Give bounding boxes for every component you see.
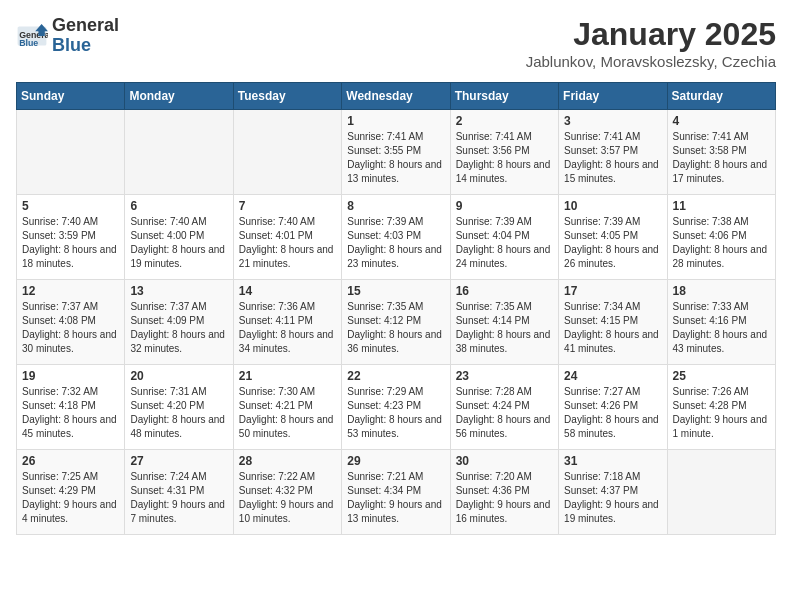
- day-cell: 26Sunrise: 7:25 AM Sunset: 4:29 PM Dayli…: [17, 450, 125, 535]
- logo-text: GeneralBlue: [52, 16, 119, 56]
- day-number: 23: [456, 369, 553, 383]
- calendar-title: January 2025: [526, 16, 776, 53]
- day-number: 15: [347, 284, 444, 298]
- day-cell: 25Sunrise: 7:26 AM Sunset: 4:28 PM Dayli…: [667, 365, 775, 450]
- day-info: Sunrise: 7:40 AM Sunset: 3:59 PM Dayligh…: [22, 215, 119, 271]
- day-number: 5: [22, 199, 119, 213]
- day-cell: 29Sunrise: 7:21 AM Sunset: 4:34 PM Dayli…: [342, 450, 450, 535]
- week-row-5: 26Sunrise: 7:25 AM Sunset: 4:29 PM Dayli…: [17, 450, 776, 535]
- day-cell: 27Sunrise: 7:24 AM Sunset: 4:31 PM Dayli…: [125, 450, 233, 535]
- day-cell: 16Sunrise: 7:35 AM Sunset: 4:14 PM Dayli…: [450, 280, 558, 365]
- day-number: 6: [130, 199, 227, 213]
- day-info: Sunrise: 7:35 AM Sunset: 4:12 PM Dayligh…: [347, 300, 444, 356]
- day-number: 19: [22, 369, 119, 383]
- week-row-1: 1Sunrise: 7:41 AM Sunset: 3:55 PM Daylig…: [17, 110, 776, 195]
- day-info: Sunrise: 7:39 AM Sunset: 4:05 PM Dayligh…: [564, 215, 661, 271]
- day-number: 22: [347, 369, 444, 383]
- day-number: 13: [130, 284, 227, 298]
- day-cell: 24Sunrise: 7:27 AM Sunset: 4:26 PM Dayli…: [559, 365, 667, 450]
- day-number: 14: [239, 284, 336, 298]
- day-info: Sunrise: 7:26 AM Sunset: 4:28 PM Dayligh…: [673, 385, 770, 441]
- day-cell: 15Sunrise: 7:35 AM Sunset: 4:12 PM Dayli…: [342, 280, 450, 365]
- day-cell: 6Sunrise: 7:40 AM Sunset: 4:00 PM Daylig…: [125, 195, 233, 280]
- day-info: Sunrise: 7:35 AM Sunset: 4:14 PM Dayligh…: [456, 300, 553, 356]
- weekday-header-monday: Monday: [125, 83, 233, 110]
- week-row-4: 19Sunrise: 7:32 AM Sunset: 4:18 PM Dayli…: [17, 365, 776, 450]
- day-number: 25: [673, 369, 770, 383]
- day-cell: 19Sunrise: 7:32 AM Sunset: 4:18 PM Dayli…: [17, 365, 125, 450]
- day-info: Sunrise: 7:29 AM Sunset: 4:23 PM Dayligh…: [347, 385, 444, 441]
- day-number: 1: [347, 114, 444, 128]
- day-number: 31: [564, 454, 661, 468]
- day-info: Sunrise: 7:38 AM Sunset: 4:06 PM Dayligh…: [673, 215, 770, 271]
- day-number: 9: [456, 199, 553, 213]
- day-number: 18: [673, 284, 770, 298]
- day-info: Sunrise: 7:20 AM Sunset: 4:36 PM Dayligh…: [456, 470, 553, 526]
- day-info: Sunrise: 7:40 AM Sunset: 4:01 PM Dayligh…: [239, 215, 336, 271]
- day-info: Sunrise: 7:34 AM Sunset: 4:15 PM Dayligh…: [564, 300, 661, 356]
- day-number: 4: [673, 114, 770, 128]
- day-number: 12: [22, 284, 119, 298]
- day-number: 29: [347, 454, 444, 468]
- day-info: Sunrise: 7:40 AM Sunset: 4:00 PM Dayligh…: [130, 215, 227, 271]
- day-info: Sunrise: 7:41 AM Sunset: 3:58 PM Dayligh…: [673, 130, 770, 186]
- weekday-header-thursday: Thursday: [450, 83, 558, 110]
- day-cell: 4Sunrise: 7:41 AM Sunset: 3:58 PM Daylig…: [667, 110, 775, 195]
- weekday-header-tuesday: Tuesday: [233, 83, 341, 110]
- weekday-header-row: SundayMondayTuesdayWednesdayThursdayFrid…: [17, 83, 776, 110]
- day-number: 20: [130, 369, 227, 383]
- day-number: 7: [239, 199, 336, 213]
- day-number: 21: [239, 369, 336, 383]
- day-info: Sunrise: 7:21 AM Sunset: 4:34 PM Dayligh…: [347, 470, 444, 526]
- day-cell: [125, 110, 233, 195]
- weekday-header-wednesday: Wednesday: [342, 83, 450, 110]
- day-info: Sunrise: 7:37 AM Sunset: 4:09 PM Dayligh…: [130, 300, 227, 356]
- day-number: 26: [22, 454, 119, 468]
- day-info: Sunrise: 7:27 AM Sunset: 4:26 PM Dayligh…: [564, 385, 661, 441]
- week-row-3: 12Sunrise: 7:37 AM Sunset: 4:08 PM Dayli…: [17, 280, 776, 365]
- day-info: Sunrise: 7:41 AM Sunset: 3:56 PM Dayligh…: [456, 130, 553, 186]
- day-cell: 23Sunrise: 7:28 AM Sunset: 4:24 PM Dayli…: [450, 365, 558, 450]
- day-number: 28: [239, 454, 336, 468]
- day-info: Sunrise: 7:24 AM Sunset: 4:31 PM Dayligh…: [130, 470, 227, 526]
- day-cell: 12Sunrise: 7:37 AM Sunset: 4:08 PM Dayli…: [17, 280, 125, 365]
- day-info: Sunrise: 7:18 AM Sunset: 4:37 PM Dayligh…: [564, 470, 661, 526]
- day-info: Sunrise: 7:31 AM Sunset: 4:20 PM Dayligh…: [130, 385, 227, 441]
- day-cell: 21Sunrise: 7:30 AM Sunset: 4:21 PM Dayli…: [233, 365, 341, 450]
- day-cell: [667, 450, 775, 535]
- day-cell: 7Sunrise: 7:40 AM Sunset: 4:01 PM Daylig…: [233, 195, 341, 280]
- logo-blue: Blue: [52, 36, 119, 56]
- day-number: 2: [456, 114, 553, 128]
- week-row-2: 5Sunrise: 7:40 AM Sunset: 3:59 PM Daylig…: [17, 195, 776, 280]
- day-cell: 10Sunrise: 7:39 AM Sunset: 4:05 PM Dayli…: [559, 195, 667, 280]
- day-info: Sunrise: 7:37 AM Sunset: 4:08 PM Dayligh…: [22, 300, 119, 356]
- day-cell: 13Sunrise: 7:37 AM Sunset: 4:09 PM Dayli…: [125, 280, 233, 365]
- day-cell: 20Sunrise: 7:31 AM Sunset: 4:20 PM Dayli…: [125, 365, 233, 450]
- day-cell: 1Sunrise: 7:41 AM Sunset: 3:55 PM Daylig…: [342, 110, 450, 195]
- day-cell: [17, 110, 125, 195]
- day-info: Sunrise: 7:25 AM Sunset: 4:29 PM Dayligh…: [22, 470, 119, 526]
- day-number: 24: [564, 369, 661, 383]
- day-info: Sunrise: 7:39 AM Sunset: 4:03 PM Dayligh…: [347, 215, 444, 271]
- weekday-header-friday: Friday: [559, 83, 667, 110]
- day-info: Sunrise: 7:22 AM Sunset: 4:32 PM Dayligh…: [239, 470, 336, 526]
- day-info: Sunrise: 7:41 AM Sunset: 3:57 PM Dayligh…: [564, 130, 661, 186]
- day-cell: 17Sunrise: 7:34 AM Sunset: 4:15 PM Dayli…: [559, 280, 667, 365]
- day-info: Sunrise: 7:41 AM Sunset: 3:55 PM Dayligh…: [347, 130, 444, 186]
- weekday-header-saturday: Saturday: [667, 83, 775, 110]
- day-info: Sunrise: 7:28 AM Sunset: 4:24 PM Dayligh…: [456, 385, 553, 441]
- day-number: 17: [564, 284, 661, 298]
- logo-general: General: [52, 16, 119, 36]
- weekday-header-sunday: Sunday: [17, 83, 125, 110]
- title-block: January 2025 Jablunkov, Moravskoslezsky,…: [526, 16, 776, 70]
- day-number: 3: [564, 114, 661, 128]
- day-cell: 30Sunrise: 7:20 AM Sunset: 4:36 PM Dayli…: [450, 450, 558, 535]
- day-cell: 14Sunrise: 7:36 AM Sunset: 4:11 PM Dayli…: [233, 280, 341, 365]
- day-cell: 28Sunrise: 7:22 AM Sunset: 4:32 PM Dayli…: [233, 450, 341, 535]
- day-number: 8: [347, 199, 444, 213]
- day-info: Sunrise: 7:33 AM Sunset: 4:16 PM Dayligh…: [673, 300, 770, 356]
- day-cell: 2Sunrise: 7:41 AM Sunset: 3:56 PM Daylig…: [450, 110, 558, 195]
- day-number: 16: [456, 284, 553, 298]
- day-cell: 3Sunrise: 7:41 AM Sunset: 3:57 PM Daylig…: [559, 110, 667, 195]
- calendar-table: SundayMondayTuesdayWednesdayThursdayFrid…: [16, 82, 776, 535]
